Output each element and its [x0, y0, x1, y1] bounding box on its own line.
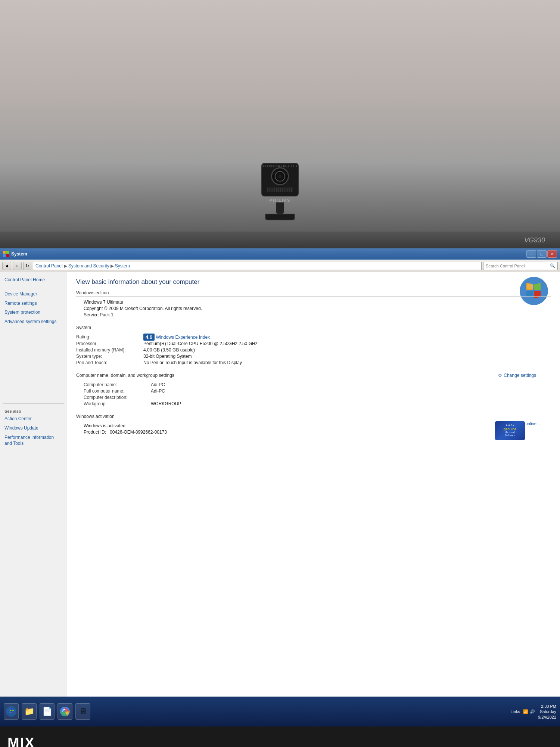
taskbar-time-display: 2:30 PM [538, 704, 556, 709]
windows-area: System ─ □ ✕ ◀ ▶ ↻ Control Panel ▶ Syste… [0, 248, 560, 697]
ram-label: Installed memory (RAM): [76, 347, 143, 353]
genuine-title-text: genuine [504, 427, 517, 431]
svg-rect-0 [3, 251, 6, 254]
taskbar: 📁 📄 🖥 Links 📶 🔊 2:30 PM Saturday 9/24/20… [0, 697, 560, 726]
pen-touch-value: No Pen or Touch Input is available for t… [143, 360, 242, 365]
start-button[interactable] [4, 703, 19, 720]
search-icon: 🔍 [550, 263, 555, 268]
taskbar-chrome-button[interactable] [57, 703, 72, 720]
processor-row: Processor: Pentium(R) Dual-Core CPU E520… [76, 341, 551, 346]
monitor-brand-label: VG930 [524, 236, 545, 244]
taskbar-date-display: 9/24/2022 [538, 714, 556, 719]
svg-point-5 [526, 283, 534, 289]
page-title: View basic information about your comput… [76, 278, 551, 286]
svg-rect-2 [3, 254, 6, 257]
links-label: Links [510, 709, 520, 714]
taskbar-ie-button[interactable]: 🖥 [75, 703, 90, 720]
start-icon [6, 706, 17, 717]
windows-edition-header: Windows edition [76, 290, 551, 297]
windows-edition-section: Windows edition Windows 7 Ultimate Copyr… [76, 290, 551, 317]
sidebar-item-action-center[interactable]: Action Center [0, 414, 67, 424]
system-section: System Rating: 4.6 Windows Experience In… [76, 325, 551, 365]
svg-rect-1 [6, 251, 9, 254]
computer-desc-row: Computer description: [76, 395, 551, 400]
system-type-label: System type: [76, 354, 143, 359]
forward-button[interactable]: ▶ [13, 262, 22, 270]
system-header: System [76, 325, 551, 331]
genuine-badge: Ask for genuine Microsoft Software [495, 421, 525, 440]
system-type-value: 32-bit Operating System [143, 354, 192, 359]
genuine-ask-text: Ask for [506, 424, 514, 427]
ram-row: Installed memory (RAM): 4.00 GB (3.50 GB… [76, 347, 551, 353]
search-input[interactable] [486, 264, 548, 268]
path-sep-2: ▶ [111, 263, 114, 269]
processor-value: Pentium(R) Dual-Core CPU E5200 @ 2.50GHz… [143, 341, 258, 346]
full-computer-name-label: Full computer name: [84, 388, 151, 394]
copyright-value: Copyright © 2009 Microsoft Corporation. … [84, 306, 202, 311]
change-settings-link[interactable]: ⚙ Change settings [498, 373, 536, 378]
activation-section: Windows activation Windows is activated … [76, 414, 551, 435]
refresh-button[interactable]: ↻ [23, 262, 31, 270]
taskbar-day-display: Saturday [538, 709, 556, 714]
back-button[interactable]: ◀ [2, 262, 11, 270]
mix-logo: MIX [7, 735, 35, 747]
path-segment-3[interactable]: System [115, 263, 130, 269]
activation-header: Windows activation [76, 414, 551, 420]
computer-name-label: Computer name: [84, 382, 151, 387]
window-icon [3, 251, 9, 257]
maximize-button[interactable]: □ [537, 250, 547, 258]
sidebar-item-home[interactable]: Control Panel Home [0, 275, 67, 285]
address-path[interactable]: Control Panel ▶ System and Security ▶ Sy… [33, 262, 482, 270]
sidebar-item-system-protection[interactable]: System protection [0, 308, 67, 317]
gear-icon: ⚙ [498, 373, 502, 378]
ie-icon: 🖥 [79, 707, 87, 716]
pen-touch-row: Pen and Touch: No Pen or Touch Input is … [76, 360, 551, 365]
monitor-bezel: VG930 [0, 232, 560, 248]
activated-row: Windows is activated [76, 423, 551, 428]
product-id-label: Product ID: [84, 430, 106, 435]
svg-point-6 [6, 706, 16, 717]
sidebar-divider-2 [3, 403, 64, 404]
title-bar: System ─ □ ✕ [0, 248, 560, 260]
taskbar-folder-button[interactable]: 📁 [22, 703, 37, 720]
title-bar-left: System [3, 251, 27, 257]
webcam-body: PRECISION LENS F2.8 [261, 163, 299, 196]
see-also-section: See also [0, 406, 67, 414]
pen-touch-label: Pen and Touch: [76, 360, 143, 365]
rating-label: Rating: [76, 334, 143, 340]
full-computer-name-row: Full computer name: Adi-PC [76, 388, 551, 394]
sidebar-item-device-manager[interactable]: Device Manager [0, 289, 67, 299]
webcam-lens-outer [271, 167, 289, 185]
windows-experience-index-link[interactable]: Windows Experience Index [156, 335, 210, 340]
service-pack-row: Service Pack 1 [76, 312, 551, 317]
minimize-button[interactable]: ─ [526, 250, 536, 258]
product-id-value: Product ID: 00426-OEM-8992662-00173 [84, 430, 167, 435]
webcam: PRECISION LENS F2.8 PHILIPS [261, 163, 299, 220]
sidebar-item-remote-settings[interactable]: Remote settings [0, 299, 67, 308]
sidebar-item-performance[interactable]: Performance Information and Tools [0, 433, 67, 449]
sidebar-item-windows-update[interactable]: Windows Update [0, 424, 67, 433]
full-computer-name-value: Adi-PC [151, 388, 165, 394]
sidebar-item-advanced-settings[interactable]: Advanced system settings [0, 317, 67, 326]
pdf-icon: 📄 [42, 707, 52, 716]
genuine-sub2-text: Software [505, 434, 515, 437]
webcam-mount [276, 202, 284, 214]
search-box[interactable]: 🔍 [483, 262, 558, 270]
product-id-number: 00426-OEM-8992662-00173 [110, 430, 167, 435]
window-controls: ─ □ ✕ [526, 250, 557, 258]
ram-value: 4.00 GB (3.50 GB usable) [143, 347, 195, 353]
service-pack-value: Service Pack 1 [84, 312, 113, 317]
activated-value: Windows is activated [84, 423, 125, 428]
processor-label: Processor: [76, 341, 143, 346]
taskbar-system-icons: 📶 🔊 [523, 709, 535, 714]
volume-icon: 🔊 [530, 709, 535, 714]
main-content: Control Panel Home Device Manager Remote… [0, 272, 560, 697]
webcam-clip [265, 214, 295, 220]
address-bar: ◀ ▶ ↻ Control Panel ▶ System and Securit… [0, 260, 560, 272]
path-segment-1[interactable]: Control Panel [35, 263, 63, 269]
path-sep-1: ▶ [64, 263, 67, 269]
close-button[interactable]: ✕ [547, 250, 557, 258]
genuine-badge-area: Ask for genuine Microsoft Software Learn… [503, 421, 540, 426]
path-segment-2[interactable]: System and Security [68, 263, 109, 269]
taskbar-pdf-button[interactable]: 📄 [40, 703, 55, 720]
